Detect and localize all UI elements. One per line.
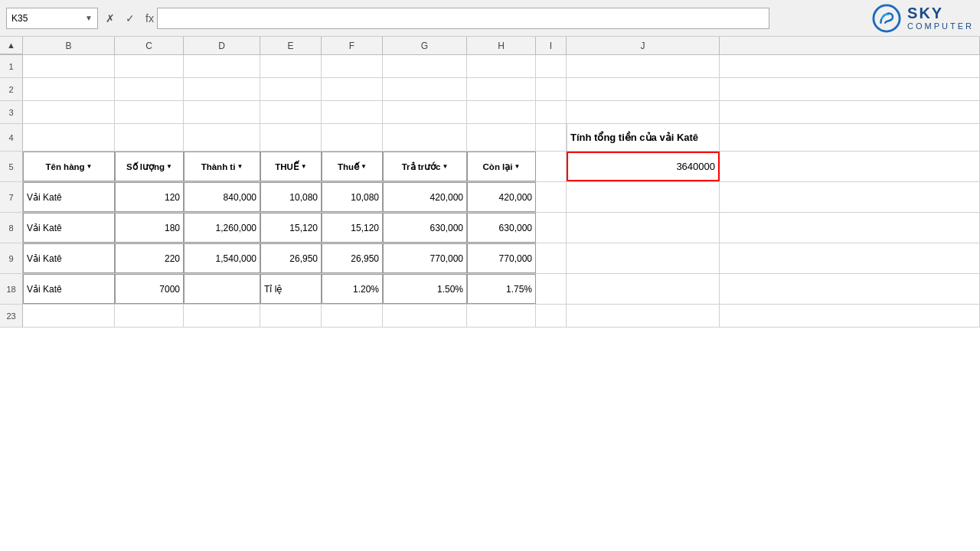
cell-b8[interactable]: Vải Katê xyxy=(23,213,115,243)
header-thanh-tien[interactable]: Thành ti▼ xyxy=(184,152,260,181)
cell-f2[interactable] xyxy=(322,78,383,100)
cell-f7[interactable]: 10,080 xyxy=(322,182,383,212)
cell-f3[interactable] xyxy=(322,101,383,123)
dropdown-icon[interactable]: ▼ xyxy=(361,163,367,170)
cell-h7[interactable]: 420,000 xyxy=(467,182,536,212)
col-header-j[interactable]: J xyxy=(567,37,720,54)
dropdown-icon[interactable]: ▼ xyxy=(166,163,172,170)
cell-i7[interactable] xyxy=(536,182,567,212)
col-header-c[interactable]: C xyxy=(115,37,184,54)
cell-f1[interactable] xyxy=(322,55,383,77)
cell-f18[interactable]: 1.20% xyxy=(322,274,383,304)
cell-i9[interactable] xyxy=(536,243,567,273)
cell-h2[interactable] xyxy=(467,78,536,100)
name-box[interactable]: K35 ▼ xyxy=(6,8,98,29)
cell-h18[interactable]: 1.75% xyxy=(467,274,536,304)
header-tra-truoc[interactable]: Trả trước▼ xyxy=(383,152,467,181)
confirm-icon[interactable]: ✓ xyxy=(122,11,138,26)
cell-g23[interactable] xyxy=(383,305,467,327)
cell-b18[interactable]: Vải Katê xyxy=(23,274,115,304)
dropdown-icon[interactable]: ▼ xyxy=(442,163,448,170)
dropdown-icon[interactable]: ▼ xyxy=(514,163,521,170)
cell-f9[interactable]: 26,950 xyxy=(322,243,383,273)
cell-g2[interactable] xyxy=(383,78,467,100)
cell-e9[interactable]: 26,950 xyxy=(260,243,322,273)
cell-j18[interactable] xyxy=(567,274,720,304)
cancel-icon[interactable]: ✗ xyxy=(103,11,118,26)
cell-j1[interactable] xyxy=(567,55,720,77)
cell-j7[interactable] xyxy=(567,182,720,212)
cell-c7[interactable]: 120 xyxy=(115,182,184,212)
cell-d2[interactable] xyxy=(184,78,260,100)
cell-h8[interactable]: 630,000 xyxy=(467,213,536,243)
cell-c1[interactable] xyxy=(115,55,184,77)
dropdown-icon[interactable]: ▼ xyxy=(87,163,93,170)
cell-d18[interactable] xyxy=(184,274,260,304)
cell-b2[interactable] xyxy=(23,78,115,100)
cell-d8[interactable]: 1,260,000 xyxy=(184,213,260,243)
cell-e3[interactable] xyxy=(260,101,322,123)
cell-d9[interactable]: 1,540,000 xyxy=(184,243,260,273)
cell-b9[interactable]: Vải Katê xyxy=(23,243,115,273)
cell-i4[interactable] xyxy=(536,124,567,151)
cell-h4[interactable] xyxy=(467,124,536,151)
formula-input[interactable] xyxy=(157,8,769,29)
cell-d7[interactable]: 840,000 xyxy=(184,182,260,212)
cell-b23[interactable] xyxy=(23,305,115,327)
cell-g8[interactable]: 630,000 xyxy=(383,213,467,243)
dropdown-icon[interactable]: ▼ xyxy=(301,163,307,170)
cell-i8[interactable] xyxy=(536,213,567,243)
cell-e18[interactable]: Tỉ lệ xyxy=(260,274,322,304)
col-header-b[interactable]: B xyxy=(23,37,115,54)
cell-g7[interactable]: 420,000 xyxy=(383,182,467,212)
cell-d1[interactable] xyxy=(184,55,260,77)
cell-c23[interactable] xyxy=(115,305,184,327)
col-header-i[interactable]: I xyxy=(536,37,567,54)
cell-f8[interactable]: 15,120 xyxy=(322,213,383,243)
cell-f4[interactable] xyxy=(322,124,383,151)
cell-c3[interactable] xyxy=(115,101,184,123)
cell-g18[interactable]: 1.50% xyxy=(383,274,467,304)
cell-e2[interactable] xyxy=(260,78,322,100)
cell-d23[interactable] xyxy=(184,305,260,327)
cell-j23[interactable] xyxy=(567,305,720,327)
col-header-d[interactable]: D xyxy=(184,37,260,54)
cell-h23[interactable] xyxy=(467,305,536,327)
col-header-g[interactable]: G xyxy=(383,37,467,54)
cell-i5[interactable] xyxy=(536,152,567,181)
cell-e23[interactable] xyxy=(260,305,322,327)
cell-g9[interactable]: 770,000 xyxy=(383,243,467,273)
header-thue-cap[interactable]: THUẾ▼ xyxy=(260,152,322,181)
dropdown-icon[interactable]: ▼ xyxy=(237,163,243,170)
cell-i2[interactable] xyxy=(536,78,567,100)
header-ten-hang[interactable]: Tên hàng▼ xyxy=(23,152,115,181)
cell-i18[interactable] xyxy=(536,274,567,304)
cell-h3[interactable] xyxy=(467,101,536,123)
cell-c9[interactable]: 220 xyxy=(115,243,184,273)
cell-e7[interactable]: 10,080 xyxy=(260,182,322,212)
cell-i1[interactable] xyxy=(536,55,567,77)
cell-i3[interactable] xyxy=(536,101,567,123)
col-header-f[interactable]: F xyxy=(322,37,383,54)
cell-c18[interactable]: 7000 xyxy=(115,274,184,304)
result-value-cell[interactable]: 3640000 xyxy=(567,152,720,181)
header-so-luong[interactable]: Số lượng▼ xyxy=(115,152,184,181)
cell-b1[interactable] xyxy=(23,55,115,77)
col-header-h[interactable]: H xyxy=(467,37,536,54)
cell-j2[interactable] xyxy=(567,78,720,100)
cell-e1[interactable] xyxy=(260,55,322,77)
cell-g4[interactable] xyxy=(383,124,467,151)
cell-c8[interactable]: 180 xyxy=(115,213,184,243)
fx-icon[interactable]: fx xyxy=(142,11,157,26)
cell-i23[interactable] xyxy=(536,305,567,327)
col-header-e[interactable]: E xyxy=(260,37,322,54)
cell-b7[interactable]: Vải Katê xyxy=(23,182,115,212)
cell-f23[interactable] xyxy=(322,305,383,327)
cell-h9[interactable]: 770,000 xyxy=(467,243,536,273)
cell-d3[interactable] xyxy=(184,101,260,123)
cell-j9[interactable] xyxy=(567,243,720,273)
cell-b4[interactable] xyxy=(23,124,115,151)
header-con-lai[interactable]: Còn lại▼ xyxy=(467,152,536,181)
cell-c2[interactable] xyxy=(115,78,184,100)
cell-e8[interactable]: 15,120 xyxy=(260,213,322,243)
